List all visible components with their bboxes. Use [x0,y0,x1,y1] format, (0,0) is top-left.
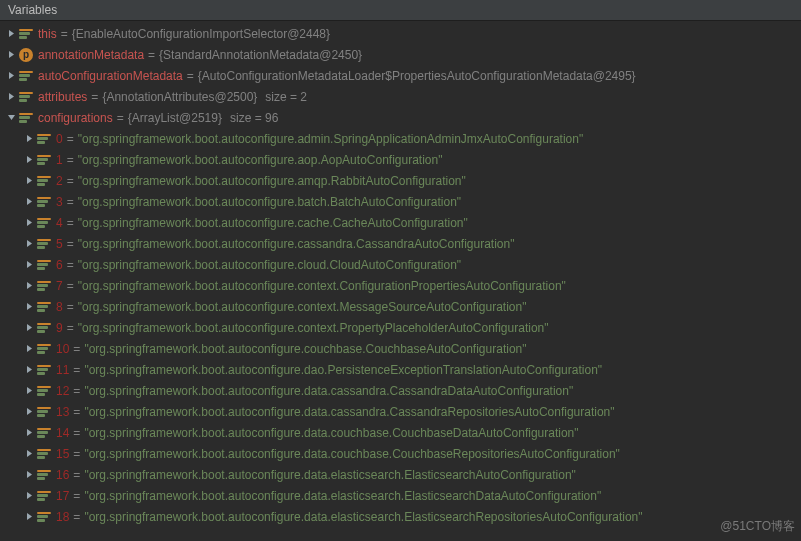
svg-marker-10 [27,240,32,247]
expand-arrow-icon[interactable] [24,239,34,249]
equals-sign: = [67,132,74,146]
list-item[interactable]: 15="org.springframework.boot.autoconfigu… [0,443,801,464]
equals-sign: = [73,468,80,482]
variable-row[interactable]: pannotationMetadata={StandardAnnotationM… [0,44,801,65]
item-index: 14 [56,426,69,440]
expand-arrow-icon[interactable] [6,71,16,81]
expand-arrow-icon[interactable] [24,365,34,375]
svg-marker-17 [27,387,32,394]
list-item[interactable]: 9="org.springframework.boot.autoconfigur… [0,317,801,338]
list-item[interactable]: 8="org.springframework.boot.autoconfigur… [0,296,801,317]
object-icon [37,428,51,438]
svg-marker-0 [9,30,14,37]
list-item[interactable]: 7="org.springframework.boot.autoconfigur… [0,275,801,296]
variable-value: {StandardAnnotationMetadata@2450} [159,48,362,62]
expand-arrow-icon[interactable] [24,407,34,417]
list-item[interactable]: 10="org.springframework.boot.autoconfigu… [0,338,801,359]
equals-sign: = [67,216,74,230]
expand-arrow-icon[interactable] [24,323,34,333]
object-icon [37,365,51,375]
expand-arrow-icon[interactable] [6,29,16,39]
list-item[interactable]: 16="org.springframework.boot.autoconfigu… [0,464,801,485]
item-value: "org.springframework.boot.autoconfigure.… [78,174,466,188]
item-index: 6 [56,258,63,272]
expand-arrow-icon[interactable] [24,512,34,522]
list-item[interactable]: 14="org.springframework.boot.autoconfigu… [0,422,801,443]
svg-marker-9 [27,219,32,226]
object-icon [37,512,51,522]
item-value: "org.springframework.boot.autoconfigure.… [78,279,566,293]
variables-tree: this={EnableAutoConfigurationImportSelec… [0,21,801,527]
expand-arrow-icon[interactable] [24,386,34,396]
svg-marker-16 [27,366,32,373]
variable-row[interactable]: autoConfigurationMetadata={AutoConfigura… [0,65,801,86]
list-item[interactable]: 4="org.springframework.boot.autoconfigur… [0,212,801,233]
equals-sign: = [73,510,80,524]
expand-arrow-icon[interactable] [24,176,34,186]
object-icon [19,71,33,81]
equals-sign: = [73,426,80,440]
svg-marker-13 [27,303,32,310]
list-item[interactable]: 11="org.springframework.boot.autoconfigu… [0,359,801,380]
item-index: 5 [56,237,63,251]
item-value: "org.springframework.boot.autoconfigure.… [84,363,602,377]
svg-marker-8 [27,198,32,205]
expand-arrow-icon[interactable] [24,344,34,354]
list-item[interactable]: 3="org.springframework.boot.autoconfigur… [0,191,801,212]
svg-marker-3 [9,93,14,100]
equals-sign: = [61,27,68,41]
object-icon [19,29,33,39]
expand-arrow-icon[interactable] [24,491,34,501]
equals-sign: = [91,90,98,104]
list-item[interactable]: 17="org.springframework.boot.autoconfigu… [0,485,801,506]
expand-arrow-icon[interactable] [24,155,34,165]
list-item[interactable]: 5="org.springframework.boot.autoconfigur… [0,233,801,254]
object-icon [37,386,51,396]
expand-arrow-icon[interactable] [24,134,34,144]
expand-arrow-icon[interactable] [24,260,34,270]
expand-arrow-icon[interactable] [24,197,34,207]
list-item[interactable]: 18="org.springframework.boot.autoconfigu… [0,506,801,527]
item-value: "org.springframework.boot.autoconfigure.… [78,258,461,272]
variable-row-configurations[interactable]: configurations={ArrayList@2519} size = 9… [0,107,801,128]
list-item[interactable]: 0="org.springframework.boot.autoconfigur… [0,128,801,149]
list-item[interactable]: 12="org.springframework.boot.autoconfigu… [0,380,801,401]
object-icon [37,218,51,228]
object-icon [19,113,33,123]
variable-row[interactable]: this={EnableAutoConfigurationImportSelec… [0,23,801,44]
list-item[interactable]: 2="org.springframework.boot.autoconfigur… [0,170,801,191]
list-item[interactable]: 6="org.springframework.boot.autoconfigur… [0,254,801,275]
expand-arrow-icon[interactable] [24,470,34,480]
equals-sign: = [67,174,74,188]
item-index: 15 [56,447,69,461]
equals-sign: = [73,363,80,377]
variable-value: {ArrayList@2519} [128,111,222,125]
item-value: "org.springframework.boot.autoconfigure.… [78,300,527,314]
equals-sign: = [73,384,80,398]
expand-arrow-icon[interactable] [24,449,34,459]
object-icon [37,155,51,165]
item-index: 12 [56,384,69,398]
expand-arrow-icon[interactable] [6,50,16,60]
variable-name: annotationMetadata [38,48,144,62]
collapse-arrow-icon[interactable] [6,113,16,123]
item-index: 0 [56,132,63,146]
object-icon [37,281,51,291]
item-value: "org.springframework.boot.autoconfigure.… [84,384,573,398]
expand-arrow-icon[interactable] [24,302,34,312]
item-value: "org.springframework.boot.autoconfigure.… [78,237,515,251]
svg-marker-11 [27,261,32,268]
expand-arrow-icon[interactable] [24,281,34,291]
item-index: 9 [56,321,63,335]
equals-sign: = [67,237,74,251]
svg-marker-19 [27,429,32,436]
item-value: "org.springframework.boot.autoconfigure.… [84,489,601,503]
list-item[interactable]: 1="org.springframework.boot.autoconfigur… [0,149,801,170]
expand-arrow-icon[interactable] [24,428,34,438]
variable-row[interactable]: attributes={AnnotationAttributes@2500} s… [0,86,801,107]
item-index: 13 [56,405,69,419]
expand-arrow-icon[interactable] [6,92,16,102]
svg-marker-21 [27,471,32,478]
list-item[interactable]: 13="org.springframework.boot.autoconfigu… [0,401,801,422]
expand-arrow-icon[interactable] [24,218,34,228]
